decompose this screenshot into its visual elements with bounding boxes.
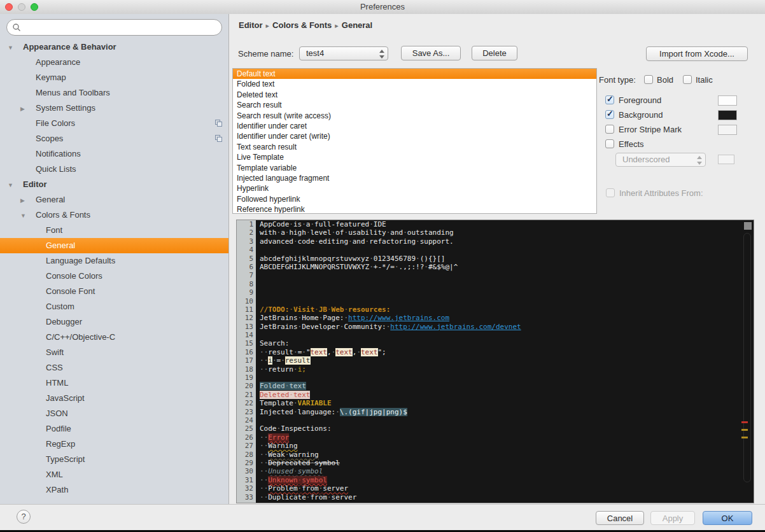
attribute-item-default-text[interactable]: Default text — [233, 69, 596, 79]
sidebar-item-html[interactable]: HTML — [0, 375, 228, 391]
settings-tree: ▼Appearance & BehaviorAppearanceKeymapMe… — [0, 39, 228, 498]
sidebar-item-general[interactable]: ▶General — [0, 192, 228, 207]
sidebar-item-appearance-behavior[interactable]: ▼Appearance & Behavior — [0, 39, 228, 55]
sidebar-item-system-settings[interactable]: ▶System Settings — [0, 101, 228, 116]
code-line: 33··Duplicate·from·server — [237, 493, 754, 501]
sidebar-item-colors-fonts[interactable]: ▼Colors & Fonts — [0, 207, 228, 223]
chevron-right-icon[interactable]: ▶ — [20, 193, 36, 208]
line-number: 28 — [237, 451, 256, 459]
attribute-item-followed-hyperlink[interactable]: Followed hyperlink — [233, 194, 596, 204]
import-from-xcode-button[interactable]: Import from Xcode... — [646, 46, 748, 61]
attribute-item-search-result[interactable]: Search result — [233, 100, 596, 110]
chevron-down-icon[interactable]: ▼ — [8, 178, 23, 193]
attribute-item-hyperlink[interactable]: Hyperlink — [233, 183, 596, 193]
code-text: ··Warning — [256, 442, 298, 450]
sidebar-item-javascript[interactable]: JavaScript — [0, 391, 228, 406]
sidebar-item-xml[interactable]: XML — [0, 467, 228, 482]
sidebar-item-file-colors[interactable]: File Colors — [0, 116, 228, 131]
chevron-down-icon[interactable]: ▼ — [8, 40, 23, 55]
cancel-button[interactable]: Cancel — [596, 511, 644, 525]
attribute-item-text-search-result[interactable]: Text search result — [233, 142, 596, 152]
bold-checkbox[interactable] — [644, 75, 653, 84]
sidebar-item-typescript[interactable]: TypeScript — [0, 452, 228, 467]
attribute-item-reference-hyperlink[interactable]: Reference hyperlink — [233, 204, 596, 214]
scrollbar-thumb[interactable] — [744, 222, 752, 230]
code-line: 34 — [237, 501, 754, 503]
line-number: 29 — [237, 459, 256, 467]
italic-checkbox[interactable] — [683, 75, 692, 84]
sidebar-item-label: Font — [46, 225, 62, 235]
line-number: 4 — [237, 246, 256, 254]
error-stripe-mark-checkbox[interactable] — [605, 125, 614, 134]
attribute-item-template-variable[interactable]: Template variable — [233, 163, 596, 173]
settings-search-input[interactable] — [6, 19, 222, 36]
foreground-checkbox[interactable] — [605, 95, 614, 104]
sidebar-item-label: Quick Lists — [36, 164, 76, 174]
sidebar-item-podfile[interactable]: Podfile — [0, 421, 228, 437]
sidebar-item-swift[interactable]: Swift — [0, 345, 228, 360]
line-number: 31 — [237, 476, 256, 484]
attribute-item-folded-text[interactable]: Folded text — [233, 79, 596, 89]
shared-settings-icon — [215, 135, 222, 142]
sidebar-item-label: XML — [46, 470, 63, 479]
sidebar-item-notifications[interactable]: Notifications — [0, 146, 228, 162]
sidebar-item-custom[interactable]: Custom — [0, 299, 228, 314]
scheme-name-select[interactable]: test4 — [299, 46, 388, 60]
line-number: 6 — [237, 263, 256, 271]
foreground-color-swatch[interactable] — [718, 95, 737, 106]
code-text — [256, 374, 260, 382]
save-as-button[interactable]: Save As... — [401, 46, 461, 60]
sidebar-item-language-defaults[interactable]: Language Defaults — [0, 253, 228, 269]
help-button[interactable]: ? — [17, 510, 31, 524]
color-scheme-preview[interactable]: 1AppCode·is·a·full-featured·IDE2with·a·h… — [236, 220, 754, 503]
apply-button[interactable]: Apply — [650, 511, 695, 525]
sidebar-item-json[interactable]: JSON — [0, 406, 228, 421]
line-number: 17 — [237, 356, 256, 365]
breadcrumb-item[interactable]: Editor — [239, 20, 263, 30]
sidebar-item-label: RegExp — [46, 439, 75, 449]
sidebar-item-css[interactable]: CSS — [0, 360, 228, 375]
code-line: 19 — [237, 374, 754, 382]
breadcrumb-item[interactable]: Colors & Fonts — [272, 20, 332, 30]
sidebar-item-quick-lists[interactable]: Quick Lists — [0, 162, 228, 177]
sidebar-item-menus-and-toolbars[interactable]: Menus and Toolbars — [0, 85, 228, 101]
sidebar-item-debugger[interactable]: Debugger — [0, 314, 228, 330]
attribute-item-identifier-under-caret-write[interactable]: Identifier under caret (write) — [233, 131, 596, 141]
chevron-right-icon[interactable]: ▶ — [20, 101, 36, 116]
delete-button[interactable]: Delete — [472, 46, 517, 60]
sidebar-item-appearance[interactable]: Appearance — [0, 55, 228, 70]
line-number: 23 — [237, 408, 256, 416]
sidebar-item-xpath[interactable]: XPath — [0, 482, 228, 498]
breadcrumb-item[interactable]: General — [342, 20, 372, 30]
sidebar-item-font[interactable]: Font — [0, 223, 228, 238]
sidebar-item-regexp[interactable]: RegExp — [0, 437, 228, 452]
code-text: ··return·i; — [256, 365, 306, 374]
sidebar-item-label: CSS — [46, 363, 63, 372]
ok-button[interactable]: OK — [703, 511, 752, 525]
sidebar-item-scopes[interactable]: Scopes — [0, 131, 228, 146]
sidebar-item-label: Appearance — [36, 57, 80, 67]
attribute-item-injected-language-fragment[interactable]: Injected language fragment — [233, 173, 596, 183]
code-text: AppCode·is·a·full-featured·IDE — [256, 220, 386, 228]
attribute-item-deleted-text[interactable]: Deleted text — [233, 90, 596, 100]
attribute-item-live-template[interactable]: Live Template — [233, 152, 596, 162]
sidebar-item-console-colors[interactable]: Console Colors — [0, 269, 228, 284]
sidebar-item-keymap[interactable]: Keymap — [0, 70, 228, 85]
line-number: 12 — [237, 314, 256, 322]
attribute-item-identifier-under-caret[interactable]: Identifier under caret — [233, 121, 596, 131]
background-color-swatch[interactable] — [718, 110, 737, 120]
line-number: 20 — [237, 382, 256, 390]
sidebar-item-editor[interactable]: ▼Editor — [0, 177, 228, 192]
code-text: advanced·code·editing·and·refactoring·su… — [256, 237, 454, 246]
sidebar-item-general[interactable]: General — [0, 238, 228, 253]
code-text: ··Unknown·symbol — [256, 476, 327, 484]
attribute-item-search-result-write-access[interactable]: Search result (write access) — [233, 111, 596, 121]
background-checkbox[interactable] — [605, 110, 614, 119]
line-number: 22 — [237, 399, 256, 407]
line-number: 10 — [237, 297, 256, 305]
code-line: 23Injected·language:·\.(gif|jpg|png)$ — [237, 408, 754, 416]
chevron-down-icon[interactable]: ▼ — [20, 208, 36, 223]
sidebar-item-c-c-objective-c[interactable]: C/C++/Objective-C — [0, 330, 228, 345]
sidebar-item-console-font[interactable]: Console Font — [0, 284, 228, 299]
effects-checkbox[interactable] — [605, 139, 614, 148]
